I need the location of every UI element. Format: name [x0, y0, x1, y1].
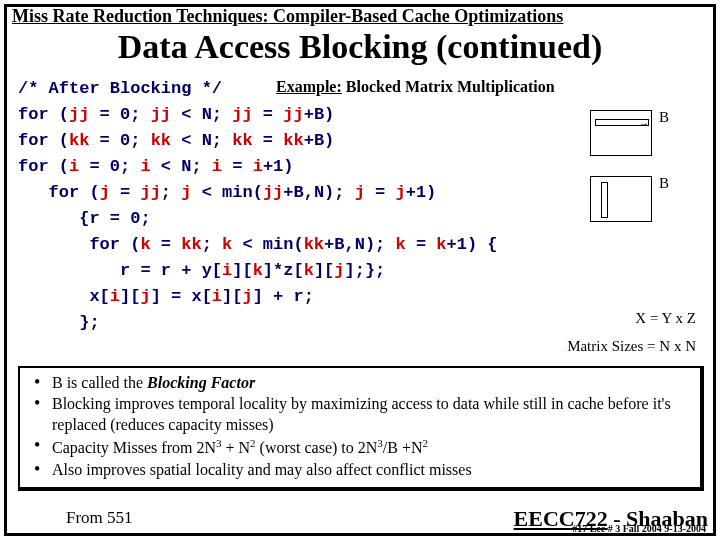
matrix-rect-2: B: [590, 176, 652, 222]
bullet-1: B is called the Blocking Factor: [30, 373, 692, 393]
bullet-2: Blocking improves temporal locality by m…: [30, 394, 692, 435]
inner-row: →: [595, 119, 649, 126]
b-label-1: B: [659, 109, 669, 126]
arrow-icon: →: [639, 120, 649, 127]
inner-col: [601, 182, 608, 218]
code-block: /* After Blocking */ for (jj = 0; jj < N…: [18, 76, 498, 336]
matrix-sizes: Matrix Sizes = N x N: [567, 338, 696, 355]
bullet-4: Also improves spatial locality and may a…: [30, 460, 692, 480]
diagram: B → B: [590, 110, 690, 242]
bullet-3: Capacity Misses from 2N3 + N2 (worst cas…: [30, 436, 692, 459]
b-label-2: B: [659, 175, 669, 192]
matrix-rect-1: B →: [590, 110, 652, 156]
formula: X = Y x Z: [635, 310, 696, 327]
code-l1: /* After Blocking */: [18, 79, 222, 98]
slide-meta: #17 Lec # 3 Fall 2004 9-13-2004: [572, 523, 706, 534]
bullet-box: B is called the Blocking Factor Blocking…: [18, 366, 704, 491]
from-label: From 551: [66, 508, 133, 528]
